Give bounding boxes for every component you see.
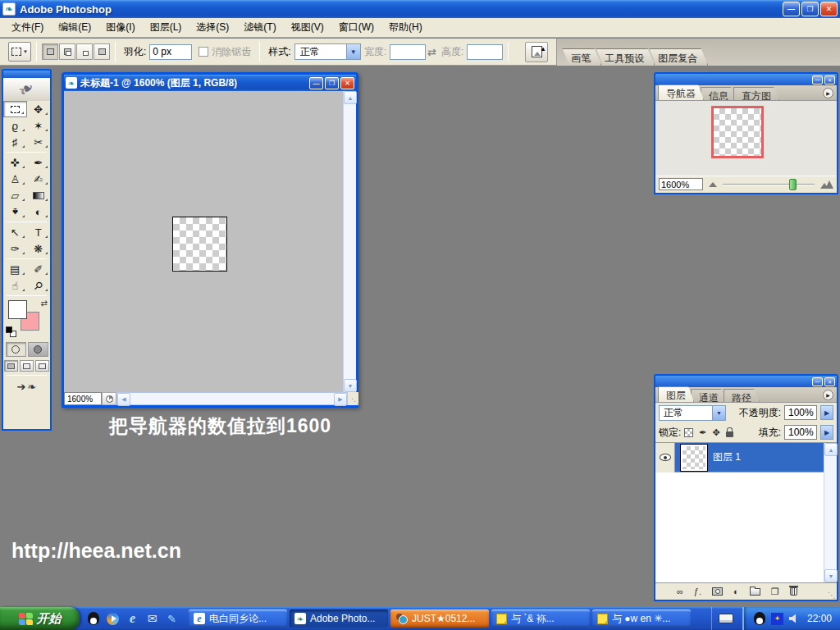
layers-titlebar[interactable]: — ✕ [655,376,837,387]
current-tool-button[interactable]: ▼ [8,42,31,62]
scroll-down-button[interactable]: ▼ [824,569,838,582]
vertical-scrollbar[interactable]: ▲ ▼ [343,91,356,392]
file-browser-button[interactable]: ▴ [525,42,548,62]
blend-mode-dropdown[interactable]: 正常 ▼ [659,405,726,421]
panel-menu-button[interactable]: ▶ [823,88,833,98]
tab-layer-comps[interactable]: 图层复合 [649,48,708,66]
menu-edit[interactable]: 编辑(E) [51,17,98,38]
tray-qq-icon[interactable] [754,612,765,625]
height-input[interactable] [467,44,503,60]
tool-type[interactable]: T [27,224,51,240]
scroll-up-button[interactable]: ▲ [344,91,357,104]
tab-info[interactable]: 信息 [701,87,737,100]
scroll-down-button[interactable]: ▼ [344,379,357,392]
tool-eraser[interactable]: ▱ [3,187,27,203]
tool-crop[interactable]: ♯ [3,134,27,150]
app-titlebar[interactable]: ❧ Adobe Photoshop — ❐ ✕ [0,0,840,18]
swap-dimensions-icon[interactable]: ⇄ [427,46,436,58]
add-layer-mask-icon[interactable] [712,587,723,596]
volume-icon[interactable] [789,614,800,623]
new-group-icon[interactable] [750,588,760,596]
tool-slice[interactable]: ✂ [27,134,51,150]
scroll-left-button[interactable]: ◀ [117,393,130,406]
zoom-percentage-field[interactable]: 1600% [64,392,102,405]
tab-channels[interactable]: 通道 [691,389,727,402]
lock-transparency-button[interactable] [684,428,693,437]
antialias-checkbox[interactable] [199,47,208,57]
jump-to-imageready-button[interactable]: ➔ ❧ [3,377,50,395]
panel-menu-button[interactable]: ▶ [823,390,833,400]
tool-notes[interactable]: ▤ [3,261,27,277]
quicklaunch-internet-explorer[interactable]: e [126,612,139,626]
style-dropdown[interactable]: 正常 ▼ [294,43,361,60]
panel-minimize-button[interactable]: — [812,377,823,386]
add-to-selection-button[interactable] [59,43,75,60]
canvas-transparent-layer[interactable] [172,217,227,272]
doc-close-button[interactable]: ✕ [340,77,354,89]
taskbar-window-forum[interactable]: e 电白同乡论... [189,609,287,628]
tool-history-brush[interactable]: ✍ [27,171,51,187]
tab-brushes[interactable]: 画笔 [562,48,601,66]
opacity-spinner-button[interactable]: ▶ [820,405,833,420]
width-input[interactable] [390,44,426,60]
taskbar-window-chat3[interactable]: 与 ●w en ✳... [592,609,691,628]
tab-layers[interactable]: 图层 [658,386,694,402]
panel-close-button[interactable]: ✕ [824,377,835,386]
layer-thumbnail[interactable] [681,445,707,471]
default-colors-icon[interactable] [6,326,16,337]
menu-select[interactable]: 选择(S) [189,17,236,38]
menu-filter[interactable]: 滤镜(T) [236,17,283,38]
tool-move[interactable]: ✥ [27,101,51,117]
zoom-out-icon[interactable] [709,182,717,187]
quicklaunch-qq[interactable] [86,612,100,626]
quicklaunch-media-player[interactable] [106,612,120,626]
fill-field[interactable]: 100% [784,425,817,440]
dropdown-arrow-icon[interactable]: ▼ [712,406,725,420]
taskbar-window-qq-chat[interactable]: JUST★0512... [390,609,489,628]
subtract-from-selection-button[interactable] [76,43,93,60]
link-layers-icon[interactable]: ∞ [677,587,683,596]
quicklaunch-pen[interactable]: ✎ [165,612,179,626]
scroll-right-button[interactable]: ▶ [334,393,347,406]
tool-rectangular-marquee[interactable] [3,101,27,117]
tool-zoom[interactable]: ⚲ [27,277,51,294]
navigator-zoom-field[interactable] [659,178,703,190]
taskbar-window-chat2[interactable]: 与 ˋ& 袮... [491,609,590,628]
tab-paths[interactable]: 路径 [724,389,760,402]
resize-grip[interactable]: ⋱ [828,591,836,600]
close-button[interactable]: ✕ [820,2,838,16]
tool-healing-brush[interactable]: ✜ [3,154,27,171]
tool-hand[interactable]: ☝ [3,277,27,294]
tool-gradient[interactable] [27,187,51,203]
tab-tool-presets[interactable]: 工具预设 [596,48,655,66]
tool-custom-shape[interactable]: ❋ [27,240,51,257]
scroll-up-button[interactable]: ▲ [824,443,838,456]
doc-maximize-button[interactable]: ❐ [325,77,339,89]
tool-eyedropper[interactable]: ✐ [27,261,51,277]
tray-messenger-icon[interactable]: ✦ [771,613,783,625]
menu-help[interactable]: 帮助(H) [381,17,430,38]
layer-style-icon[interactable]: ƒ. [694,587,701,596]
opacity-field[interactable]: 100% [784,405,817,420]
visibility-cell[interactable] [655,443,675,472]
input-method-area[interactable] [711,607,741,630]
tab-navigator[interactable]: 导航器 [658,84,704,100]
tool-lasso[interactable]: ϱ [3,117,27,134]
tool-brush[interactable]: ✒ [27,154,51,171]
standard-screen-button[interactable] [4,360,18,372]
lock-all-button[interactable] [726,431,733,437]
tab-histogram[interactable]: 直方图 [733,87,779,100]
fill-spinner-button[interactable]: ▶ [820,425,833,440]
new-layer-icon[interactable]: ❐ [771,587,779,597]
menu-file[interactable]: 文件(F) [4,17,51,38]
taskbar-window-photoshop[interactable]: ❧ Adobe Photo... [290,609,388,628]
delete-layer-icon[interactable] [790,587,797,596]
zoom-slider[interactable] [723,184,815,185]
tool-clone-stamp[interactable]: ♙ [3,171,27,187]
panel-minimize-button[interactable]: — [812,75,823,84]
doc-minimize-button[interactable]: — [309,77,323,89]
zoom-slider-thumb[interactable] [789,179,797,190]
layers-scrollbar[interactable]: ▲ ▼ [824,443,837,582]
feather-input[interactable] [149,44,192,60]
new-selection-button[interactable] [42,43,58,60]
